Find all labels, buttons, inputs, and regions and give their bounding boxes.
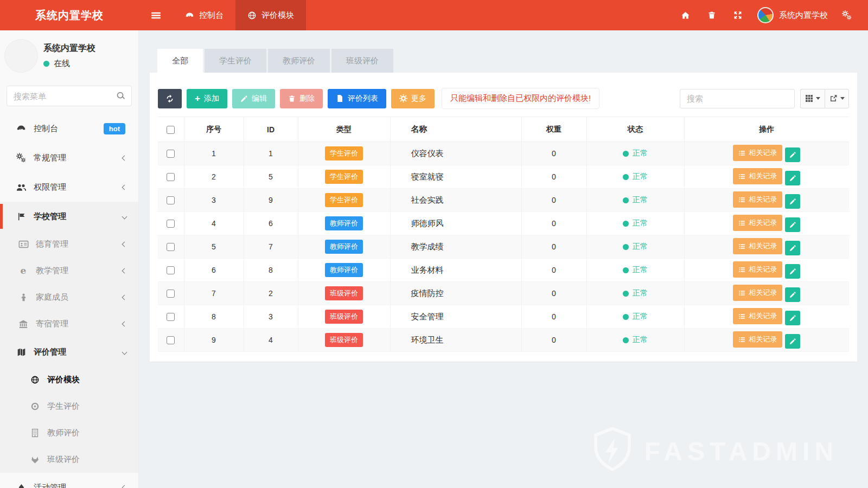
type-badge: 学生评价 (325, 170, 363, 184)
related-records-button[interactable]: 相关记录 (733, 308, 782, 324)
dashboard-icon (16, 124, 26, 133)
tab-student-evaluation[interactable]: 学生评价 (205, 49, 266, 73)
sidebar-item-permission-management[interactable]: 权限管理 (0, 172, 138, 202)
navbar-username[interactable]: 系统内置学校 (779, 10, 828, 21)
drop-icon (17, 483, 26, 488)
row-checkbox[interactable] (167, 336, 175, 344)
sidebar-item-evaluation-management[interactable]: 评价管理 (0, 337, 138, 367)
edit-row-button[interactable] (785, 241, 800, 255)
fullscreen-button[interactable] (725, 0, 751, 30)
top-tab-label: 评价模块 (261, 10, 294, 21)
gear-icon (399, 94, 407, 102)
edit-row-button[interactable] (785, 147, 800, 162)
tab-all[interactable]: 全部 (157, 49, 203, 73)
sidebar-item-activity-management[interactable]: 活动管理 (0, 473, 138, 488)
row-checkbox[interactable] (167, 266, 175, 274)
related-records-button[interactable]: 相关记录 (733, 145, 782, 161)
evaluation-list-button[interactable]: 评价列表 (328, 89, 386, 108)
column-header-seq[interactable]: 序号 (184, 117, 244, 142)
sidebar-item-boarding-management[interactable]: 寄宿管理 (0, 311, 138, 337)
row-checkbox[interactable] (167, 243, 175, 251)
table-row: 8 3 班级评价 安全管理 0 正常 相关记录 (158, 305, 849, 329)
clear-cache-button[interactable] (699, 0, 725, 30)
sidebar-item-family-members[interactable]: 家庭成员 (0, 284, 138, 311)
edit-row-button[interactable] (785, 311, 800, 325)
watermark-text: FASTADMIN (644, 436, 838, 466)
edit-row-button[interactable] (785, 194, 800, 209)
letter-e-icon: e (21, 266, 27, 275)
row-checkbox[interactable] (167, 150, 175, 158)
tab-class-evaluation[interactable]: 班级评价 (331, 49, 393, 73)
column-header-weight[interactable]: 权重 (521, 117, 586, 142)
sidebar-item-general-management[interactable]: 常规管理 (0, 143, 138, 172)
cell-name: 仪容仪表 (390, 142, 521, 165)
column-header-type[interactable]: 类型 (298, 117, 390, 142)
table-search-input[interactable] (680, 89, 795, 108)
sidebar-item-student-evaluation[interactable]: 学生评价 (0, 393, 138, 420)
row-checkbox[interactable] (167, 220, 175, 228)
cell-seq: 4 (184, 212, 244, 235)
sidebar-toggle-button[interactable] (139, 0, 173, 30)
top-tab-evaluation-module[interactable]: 评价模块 (235, 0, 306, 30)
column-header-status[interactable]: 状态 (586, 117, 684, 142)
related-records-button[interactable]: 相关记录 (733, 331, 782, 348)
edit-row-button[interactable] (785, 287, 800, 302)
sidebar-item-class-evaluation[interactable]: 班级评价 (0, 446, 138, 473)
hot-badge: hot (104, 123, 125, 134)
dashboard-icon (185, 11, 194, 20)
export-dropdown-button[interactable] (825, 89, 849, 108)
menu-search-input[interactable] (7, 86, 132, 106)
settings-button[interactable] (833, 0, 860, 30)
row-checkbox[interactable] (167, 313, 175, 321)
related-records-button[interactable]: 相关记录 (733, 238, 782, 254)
sidebar-item-evaluation-module[interactable]: 评价模块 (0, 367, 138, 393)
list-icon (738, 196, 745, 203)
globe-icon (30, 375, 40, 384)
pencil-icon (789, 175, 796, 182)
tab-teacher-evaluation[interactable]: 教师评价 (268, 49, 330, 73)
related-records-button[interactable]: 相关记录 (733, 261, 782, 278)
columns-dropdown-button[interactable] (800, 89, 825, 108)
related-records-button[interactable]: 相关记录 (733, 215, 782, 231)
cell-seq: 6 (184, 259, 244, 282)
more-button[interactable]: 更多 (391, 89, 435, 108)
edit-row-button[interactable] (785, 171, 800, 185)
pencil-icon (789, 198, 796, 205)
chevron-left-icon (122, 322, 127, 327)
row-checkbox[interactable] (167, 173, 175, 181)
add-button[interactable]: +添加 (187, 89, 227, 108)
edit-row-button[interactable] (785, 334, 800, 349)
cell-id: 1 (244, 142, 298, 165)
content-panel: +添加 编辑 删除 评价列表 更多 只能编辑和删除自已权限内的评价模块! 序号 … (150, 73, 857, 362)
related-records-button[interactable]: 相关记录 (733, 191, 782, 208)
edit-button[interactable]: 编辑 (232, 89, 275, 108)
related-records-button[interactable]: 相关记录 (733, 168, 782, 184)
user-avatar[interactable] (757, 7, 774, 23)
refresh-button[interactable] (158, 89, 182, 108)
status-label: 正常 (633, 312, 648, 322)
globe-icon (247, 11, 257, 20)
select-all-checkbox[interactable] (167, 126, 175, 134)
row-checkbox[interactable] (167, 196, 175, 204)
status-label: 正常 (633, 172, 648, 182)
chevron-left-icon (122, 295, 127, 300)
table-row: 2 5 学生评价 寝室就寝 0 正常 相关记录 (158, 165, 849, 189)
row-checkbox[interactable] (167, 290, 175, 298)
top-tab-dashboard[interactable]: 控制台 (173, 0, 235, 30)
cell-weight: 0 (521, 142, 586, 165)
sidebar-item-moral-education[interactable]: 德育管理 (0, 231, 138, 258)
column-header-id[interactable]: ID (244, 117, 298, 142)
cell-weight: 0 (521, 329, 586, 352)
sidebar-item-school-management[interactable]: 学校管理 (0, 202, 138, 231)
pencil-icon (789, 338, 796, 345)
column-header-name[interactable]: 名称 (390, 117, 521, 142)
related-records-button[interactable]: 相关记录 (733, 285, 782, 301)
sidebar-item-teaching-management[interactable]: e 教学管理 (0, 258, 138, 284)
delete-button[interactable]: 删除 (280, 89, 323, 108)
sidebar-item-teacher-evaluation[interactable]: 教师评价 (0, 420, 138, 446)
pencil-icon (240, 95, 248, 102)
sidebar-item-dashboard[interactable]: 控制台 hot (0, 114, 138, 143)
edit-row-button[interactable] (785, 217, 800, 232)
home-button[interactable] (672, 0, 699, 30)
edit-row-button[interactable] (785, 264, 800, 279)
